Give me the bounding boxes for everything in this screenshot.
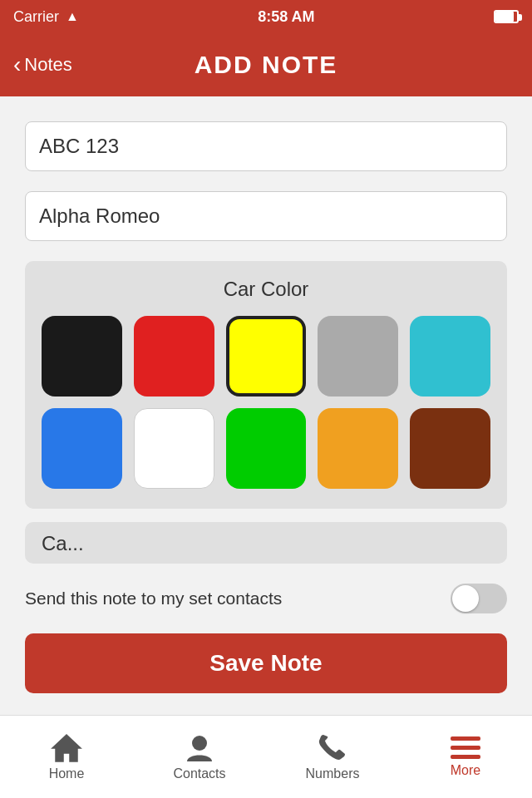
more-icon	[451, 736, 480, 760]
tab-numbers[interactable]: Numbers	[266, 716, 399, 798]
partial-section-label: Ca...	[42, 532, 84, 555]
tab-more[interactable]: More	[399, 716, 532, 798]
color-swatch-cyan[interactable]	[410, 316, 490, 397]
wifi-icon: ▲	[66, 9, 79, 24]
back-label: Notes	[24, 54, 71, 76]
svg-rect-4	[451, 755, 480, 759]
car-model-input[interactable]	[25, 191, 507, 241]
tab-home[interactable]: Home	[0, 716, 133, 798]
color-swatch-red[interactable]	[134, 316, 214, 397]
svg-rect-2	[451, 736, 480, 741]
tab-numbers-label: Numbers	[306, 766, 360, 781]
phone-icon	[318, 733, 347, 763]
tab-bar: Home Contacts Numbers More	[0, 715, 532, 798]
back-chevron-icon: ‹	[13, 53, 21, 76]
color-picker-title: Car Color	[42, 278, 490, 301]
toggle-label: Send this note to my set contacts	[25, 589, 282, 608]
contacts-icon	[185, 733, 214, 763]
color-picker-section: Car Color	[25, 261, 507, 509]
send-contacts-toggle[interactable]	[451, 584, 507, 613]
tab-contacts-label: Contacts	[173, 766, 225, 781]
save-note-button[interactable]: Save Note	[25, 633, 507, 693]
tab-home-label: Home	[49, 766, 85, 781]
svg-marker-0	[52, 735, 81, 761]
home-icon	[51, 733, 82, 763]
status-bar: Carrier ▲ 8:58 AM	[0, 0, 532, 33]
color-swatch-black[interactable]	[42, 316, 122, 397]
toggle-knob	[452, 585, 479, 612]
tab-more-label: More	[451, 763, 480, 778]
main-content: Car Color Ca... Send this note to my	[0, 96, 532, 798]
svg-rect-3	[451, 746, 480, 750]
svg-point-1	[192, 736, 207, 751]
color-grid	[42, 316, 490, 489]
nav-bar: ‹ Notes ADD NOTE	[0, 33, 532, 96]
status-bar-left: Carrier ▲	[13, 8, 79, 26]
status-bar-right	[494, 10, 519, 23]
form-content: Car Color Ca...	[0, 96, 532, 564]
toggle-row: Send this note to my set contacts	[0, 564, 532, 633]
partial-section: Ca...	[25, 522, 507, 564]
status-bar-time: 8:58 AM	[258, 8, 314, 26]
battery-icon	[494, 10, 519, 23]
color-swatch-orange[interactable]	[318, 408, 398, 489]
color-swatch-white[interactable]	[134, 408, 214, 489]
color-swatch-blue[interactable]	[42, 408, 122, 489]
color-swatch-yellow[interactable]	[226, 316, 307, 397]
color-swatch-gray[interactable]	[318, 316, 398, 397]
color-swatch-brown[interactable]	[410, 408, 490, 489]
battery-fill	[495, 12, 514, 22]
color-swatch-green[interactable]	[226, 408, 307, 489]
plate-number-input[interactable]	[25, 121, 507, 171]
carrier-label: Carrier	[13, 8, 59, 26]
page-title: ADD NOTE	[113, 51, 419, 79]
tab-contacts[interactable]: Contacts	[133, 716, 266, 798]
back-button[interactable]: ‹ Notes	[13, 53, 113, 76]
